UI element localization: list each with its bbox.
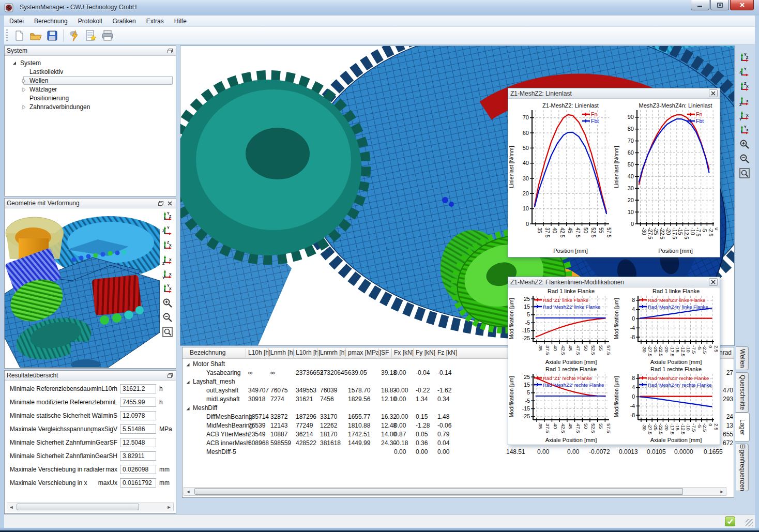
results-horizontal-scrollbar[interactable]: ◄►: [7, 503, 174, 511]
zoom-window-icon[interactable]: [738, 166, 751, 180]
column-header[interactable]: Fz [kN]: [437, 349, 457, 356]
close-panel-icon[interactable]: [166, 200, 174, 207]
column-resize-handle[interactable]: [457, 348, 457, 357]
menu-item-extras[interactable]: Extras: [141, 16, 169, 26]
linienlast-window[interactable]: Z1-MeshZ2: Linienlast 010203040506070353…: [508, 88, 720, 257]
tree-item-zahnradverbindungen[interactable]: Zahnradverbindungen: [5, 102, 176, 111]
close-window-icon[interactable]: [709, 89, 718, 97]
window-title: Z1-MeshZ2: Linienlast: [510, 90, 709, 97]
view-zy-icon[interactable]: YZ: [161, 224, 174, 237]
column-resize-handle[interactable]: [435, 348, 435, 357]
window-titlebar[interactable]: Z1-MeshZ2: Flankenlinien-Modifikationen: [508, 277, 720, 287]
zoom-in-icon[interactable]: [738, 138, 751, 151]
close-window-icon[interactable]: [709, 278, 718, 286]
menu-item-grafiken[interactable]: Grafiken: [107, 16, 141, 26]
view-yx-back-icon[interactable]: XY: [161, 267, 174, 281]
view-zx-icon[interactable]: ZX: [738, 80, 751, 93]
group-expanded-icon[interactable]: [186, 406, 190, 411]
tree-item-wellen[interactable]: Wellen: [5, 76, 176, 85]
view-zy-icon[interactable]: YZ: [738, 65, 751, 79]
float-panel-icon[interactable]: [166, 372, 174, 379]
column-resize-handle[interactable]: [413, 348, 414, 357]
save-file-button[interactable]: [44, 28, 60, 43]
result-value-field[interactable]: 3.82911: [120, 451, 156, 461]
column-resize-handle[interactable]: [391, 348, 392, 357]
tree-collapsed-icon[interactable]: [21, 87, 26, 92]
tree-item-wälzlager[interactable]: Wälzlager: [5, 85, 176, 94]
view-yx-icon[interactable]: YX: [161, 282, 174, 295]
menu-item-hilfe[interactable]: Hilfe: [169, 16, 192, 26]
status-ok-button[interactable]: [725, 516, 735, 526]
column-resize-handle[interactable]: [246, 348, 246, 357]
minimize-button[interactable]: [691, 0, 709, 10]
menu-item-datei[interactable]: Datei: [4, 16, 29, 26]
window-titlebar[interactable]: Z1-MeshZ2: Linienlast: [508, 88, 720, 99]
tree-collapsed-icon[interactable]: [21, 104, 26, 110]
column-header[interactable]: SF: [381, 349, 389, 356]
calculate-button[interactable]: [67, 28, 82, 43]
zoom-window-icon[interactable]: [161, 325, 174, 339]
column-header[interactable]: Bezeichnung: [190, 349, 225, 356]
table-row-meshdiff-5[interactable]: MeshDiff-50.000.000.00148.510.000.00-0.0…: [183, 448, 734, 457]
print-button[interactable]: [100, 28, 115, 43]
column-resize-handle[interactable]: [293, 348, 294, 357]
menu-item-berechnung[interactable]: Berechnung: [29, 16, 73, 26]
group-expanded-icon[interactable]: [186, 380, 190, 385]
column-header[interactable]: Lnmh [h]: [270, 349, 295, 356]
result-value-field[interactable]: 0.0161792: [120, 478, 156, 488]
column-header[interactable]: Lnmrh [h]: [320, 349, 346, 356]
tree-collapsed-icon[interactable]: [21, 78, 26, 83]
result-value-field[interactable]: 12.0978: [120, 411, 156, 420]
result-value-field[interactable]: 5.51486: [120, 424, 156, 434]
view-yx-icon[interactable]: YX: [738, 123, 751, 136]
column-resize-handle[interactable]: [345, 348, 346, 357]
view-yz-icon[interactable]: YZ: [738, 51, 751, 64]
view-yz-icon[interactable]: YZ: [161, 209, 174, 223]
resize-grip[interactable]: [746, 519, 753, 526]
result-value-field[interactable]: 12.5048: [120, 438, 156, 447]
column-header[interactable]: Fx [kN]: [394, 349, 414, 356]
float-panel-icon[interactable]: [157, 200, 164, 207]
column-header[interactable]: L10h [h]: [248, 349, 270, 356]
geometry-viewport[interactable]: YZYZZXXZXYYX: [5, 208, 176, 368]
tab-wellen[interactable]: Wellen: [736, 346, 749, 370]
tree-expanded-icon[interactable]: [12, 60, 17, 66]
view-yx-back-icon[interactable]: XY: [738, 109, 751, 122]
zoom-out-icon[interactable]: [738, 152, 751, 165]
column-resize-handle[interactable]: [268, 348, 269, 357]
view-zx-back-icon[interactable]: XZ: [738, 94, 751, 108]
column-header[interactable]: pmax [MPa]: [348, 349, 381, 356]
title-bar[interactable]: SystemManager - GWJ Technology GmbH: [0, 0, 759, 16]
tree-item-system[interactable]: System: [5, 58, 176, 67]
column-resize-handle[interactable]: [317, 348, 318, 357]
menu-item-protokoll[interactable]: Protokoll: [73, 16, 108, 26]
table-horizontal-scrollbar[interactable]: ◄►: [184, 487, 726, 496]
flankenlinien-window[interactable]: Z1-MeshZ2: Flankenlinien-Modifikationen …: [508, 277, 720, 445]
column-resize-handle[interactable]: [378, 348, 379, 357]
view-zx-back-icon[interactable]: XZ: [161, 253, 174, 266]
result-value-field[interactable]: 31621.2: [120, 384, 156, 393]
toolbar-drag-handle[interactable]: [6, 29, 8, 42]
zoom-in-icon[interactable]: [161, 296, 174, 310]
column-header[interactable]: Fy [kN]: [416, 349, 435, 356]
tree-item-lastkollektiv[interactable]: Lastkollektiv: [5, 67, 176, 76]
restore-button[interactable]: [710, 0, 729, 10]
tab-eigenfrequenzen[interactable]: Eigenfrequenzen: [736, 444, 749, 491]
zoom-out-icon[interactable]: [161, 311, 174, 324]
new-file-button[interactable]: [11, 28, 27, 43]
column-header[interactable]: L10rh [h]: [296, 349, 320, 356]
view-zx-icon[interactable]: ZX: [161, 238, 174, 252]
result-value-field[interactable]: 0.026098: [120, 465, 156, 474]
result-row: Minimale statische Sicherheit Wälzlagerm…: [10, 411, 172, 421]
tree-item-positionierung[interactable]: Positionierung: [5, 94, 176, 102]
open-file-button[interactable]: [28, 28, 43, 43]
tab-lager[interactable]: Lager: [735, 413, 750, 442]
cell-value: 76075: [270, 387, 287, 394]
report-button[interactable]: [83, 28, 99, 43]
result-value-field[interactable]: 7455.99: [120, 398, 156, 407]
tab-querschnitte[interactable]: Querschnitte: [736, 372, 749, 413]
svg-text:10: 10: [523, 205, 529, 211]
close-button[interactable]: [730, 0, 754, 10]
float-panel-icon[interactable]: [166, 48, 174, 54]
group-expanded-icon[interactable]: [186, 362, 190, 367]
